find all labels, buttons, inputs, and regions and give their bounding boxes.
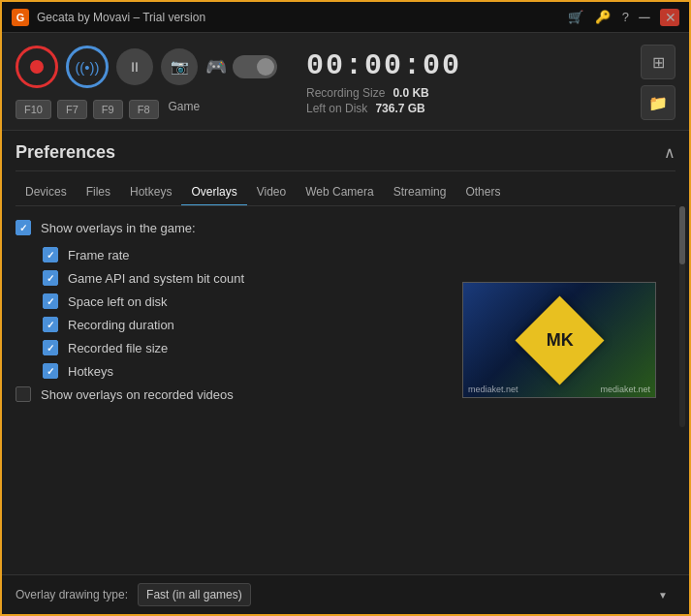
rec-duration-checkbox[interactable] — [43, 317, 58, 332]
watermark-initials: MK — [546, 330, 573, 351]
left-on-disk-value: 736.7 GB — [375, 102, 424, 115]
minimize-button[interactable]: ─ — [635, 9, 654, 26]
preferences-title: Preferences — [16, 142, 115, 163]
help-icon[interactable]: ? — [622, 10, 629, 24]
space-disk-checkbox[interactable] — [43, 293, 58, 309]
capture-icon: ⊞ — [652, 53, 665, 72]
bottom-bar: Overlay drawing type: Fast (in all games… — [2, 574, 689, 614]
pause-button[interactable]: ⏸ — [116, 48, 153, 85]
top-controls-area: ((•)) ⏸ 📷 🎮 F10 F7 F9 — [2, 33, 689, 131]
frame-rate-label: Frame rate — [68, 248, 130, 262]
watermark-text-right: mediaket.net — [600, 385, 650, 394]
record-hotkey[interactable]: F10 — [16, 100, 51, 119]
capture-mode-button[interactable]: ⊞ — [641, 45, 675, 79]
overlay-select-wrapper: Fast (in all games) Compatible Custom — [138, 583, 675, 606]
game-api-label: Game API and system bit count — [68, 271, 244, 286]
preferences-header: Preferences ∧ — [16, 131, 675, 171]
left-on-disk-row: Left on Disk 736.7 GB — [306, 102, 429, 115]
chevron-up-icon[interactable]: ∧ — [664, 143, 675, 162]
preferences-section: Preferences ∧ Devices Files Hotkeys Over… — [2, 131, 689, 614]
show-overlays-game-label: Show overlays in the game: — [41, 221, 196, 235]
timer-display: 00:00:00 — [306, 49, 461, 82]
tab-streaming[interactable]: Streaming — [384, 179, 456, 206]
tab-others[interactable]: Others — [455, 179, 510, 206]
recording-size-label: Recording Size — [306, 86, 385, 100]
overlay-drawing-select[interactable]: Fast (in all games) Compatible Custom — [138, 583, 251, 606]
game-api-checkbox[interactable] — [43, 270, 58, 286]
frame-rate-row[interactable]: Frame rate — [16, 247, 675, 262]
stream-hotkey[interactable]: F7 — [57, 100, 87, 119]
show-overlays-recorded-checkbox[interactable] — [16, 386, 31, 402]
tab-files[interactable]: Files — [77, 179, 120, 206]
window-controls: ─ ✕ — [635, 9, 679, 26]
overlay-drawing-label: Overlay drawing type: — [16, 588, 128, 601]
watermark-text-left: mediaket.net — [468, 385, 518, 394]
game-toggle-switch[interactable] — [233, 55, 277, 78]
watermark-box: MK mediaket.net mediaket.net — [463, 283, 655, 397]
control-buttons-row: ((•)) ⏸ 📷 🎮 — [16, 46, 277, 88]
frame-rate-checkbox[interactable] — [43, 247, 58, 262]
timer-section: 00:00:00 Recording Size 0.0 KB Left on D… — [287, 49, 621, 115]
rec-file-size-checkbox[interactable] — [43, 340, 58, 355]
stream-icon: ((•)) — [75, 59, 99, 76]
rec-info: Recording Size 0.0 KB Left on Disk 736.7… — [306, 86, 429, 115]
watermark-overlay: MK mediaket.net mediaket.net — [462, 282, 656, 398]
folder-button[interactable]: 📁 — [641, 85, 675, 120]
scrollbar-track[interactable] — [679, 206, 685, 427]
screenshot-hotkey[interactable]: F9 — [93, 100, 123, 119]
recording-size-value: 0.0 KB — [393, 86, 428, 100]
close-button[interactable]: ✕ — [660, 9, 679, 26]
stream-button[interactable]: ((•)) — [66, 46, 109, 88]
webcam-hotkey[interactable]: F8 — [129, 100, 159, 119]
left-on-disk-label: Left on Disk — [306, 102, 367, 115]
pause-icon: ⏸ — [128, 59, 141, 75]
record-icon — [30, 60, 44, 74]
folder-icon: 📁 — [648, 94, 668, 112]
recording-size-row: Recording Size 0.0 KB — [306, 86, 429, 100]
show-overlays-game-checkbox[interactable] — [16, 220, 31, 235]
tab-devices[interactable]: Devices — [16, 179, 77, 206]
hotkeys-checkbox[interactable] — [43, 363, 58, 379]
tab-hotkeys[interactable]: Hotkeys — [120, 179, 181, 206]
show-overlays-recorded-label: Show overlays on recorded videos — [41, 387, 234, 402]
key-icon[interactable]: 🔑 — [595, 10, 611, 24]
side-buttons: ⊞ 📁 — [641, 45, 675, 120]
hotkey-row: F10 F7 F9 F8 Game — [16, 100, 200, 119]
overlays-content-area: Show overlays in the game: Frame rate Ga… — [16, 206, 675, 427]
game-label: Game — [169, 100, 201, 119]
watermark-bg: MK mediaket.net mediaket.net — [463, 283, 655, 397]
title-bar: G Gecata by Movavi – Trial version 🛒 🔑 ?… — [2, 2, 689, 33]
camera-icon: 📷 — [171, 58, 189, 76]
tab-overlays[interactable]: Overlays — [181, 179, 246, 206]
app-title: Gecata by Movavi – Trial version — [37, 11, 562, 24]
cart-icon[interactable]: 🛒 — [568, 10, 583, 24]
rec-duration-label: Recording duration — [68, 318, 174, 332]
gamepad-icon: 🎮 — [205, 56, 227, 77]
app-icon: G — [12, 9, 29, 26]
screenshot-button[interactable]: 📷 — [161, 48, 198, 85]
tabs-row: Devices Files Hotkeys Overlays Video Web… — [16, 171, 675, 206]
game-toggle[interactable]: 🎮 — [205, 55, 277, 78]
record-button[interactable] — [16, 46, 58, 88]
watermark-diamond: MK — [515, 295, 604, 385]
hotkeys-label: Hotkeys — [68, 364, 113, 379]
show-overlays-game-row[interactable]: Show overlays in the game: — [16, 220, 675, 235]
scrollbar-thumb[interactable] — [679, 206, 685, 264]
tab-webcamera[interactable]: Web Camera — [296, 179, 383, 206]
space-disk-label: Space left on disk — [68, 294, 168, 309]
tab-video[interactable]: Video — [247, 179, 296, 206]
rec-file-size-label: Recorded file size — [68, 341, 168, 355]
